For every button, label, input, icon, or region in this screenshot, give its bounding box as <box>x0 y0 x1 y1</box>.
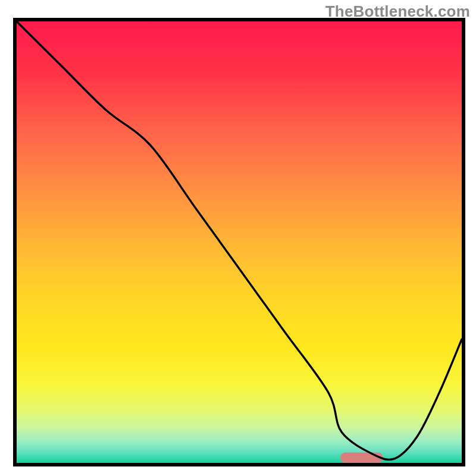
chart-svg <box>17 21 462 463</box>
optimum-marker <box>340 453 383 463</box>
plot-area <box>13 18 465 466</box>
chart-frame: TheBottleneck.com <box>0 0 476 476</box>
